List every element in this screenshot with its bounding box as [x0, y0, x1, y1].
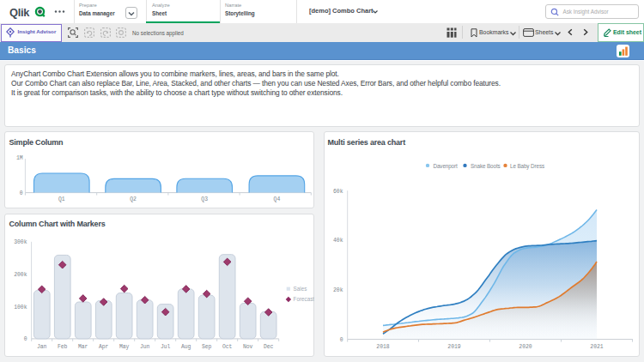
svg-text:Q1: Q1	[58, 196, 65, 202]
svg-text:Le Baby Dress: Le Baby Dress	[510, 163, 544, 170]
svg-text:Q2: Q2	[130, 196, 137, 202]
svg-text:Aug: Aug	[181, 344, 191, 350]
svg-text:Snake Boots: Snake Boots	[471, 163, 501, 169]
svg-text:Feb: Feb	[58, 344, 68, 350]
svg-text:20k: 20k	[333, 287, 343, 293]
svg-text:May: May	[119, 344, 130, 350]
svg-text:0: 0	[340, 337, 343, 343]
svg-text:100k: 100k	[14, 304, 27, 310]
svg-text:2018: 2018	[376, 344, 390, 350]
svg-text:60k: 60k	[333, 189, 343, 195]
svg-text:300k: 300k	[14, 239, 27, 245]
svg-text:200k: 200k	[14, 272, 27, 278]
svg-text:Davenport: Davenport	[434, 163, 459, 170]
svg-text:40k: 40k	[333, 238, 343, 244]
svg-text:Jan: Jan	[37, 344, 47, 350]
svg-text:Qlik: Qlik	[9, 6, 30, 19]
svg-text:Nov: Nov	[243, 344, 253, 350]
svg-text:2021: 2021	[590, 344, 604, 350]
svg-text:Apr: Apr	[99, 344, 109, 350]
svg-text:Sep: Sep	[202, 344, 212, 350]
svg-text:0: 0	[24, 336, 27, 342]
svg-text:Jun: Jun	[140, 344, 150, 350]
svg-text:Forecast: Forecast	[294, 296, 314, 302]
svg-text:Mar: Mar	[78, 344, 88, 350]
svg-text:Sales: Sales	[294, 286, 307, 292]
svg-text:Q4: Q4	[274, 196, 281, 202]
svg-text:Q3: Q3	[201, 196, 208, 202]
svg-text:2019: 2019	[447, 344, 461, 350]
svg-text:0: 0	[20, 190, 23, 196]
svg-text:Oct: Oct	[222, 344, 233, 350]
svg-text:Jul: Jul	[161, 344, 171, 350]
svg-text:2020: 2020	[519, 344, 532, 350]
svg-text:1M: 1M	[16, 155, 23, 161]
svg-text:Dec: Dec	[264, 344, 274, 350]
